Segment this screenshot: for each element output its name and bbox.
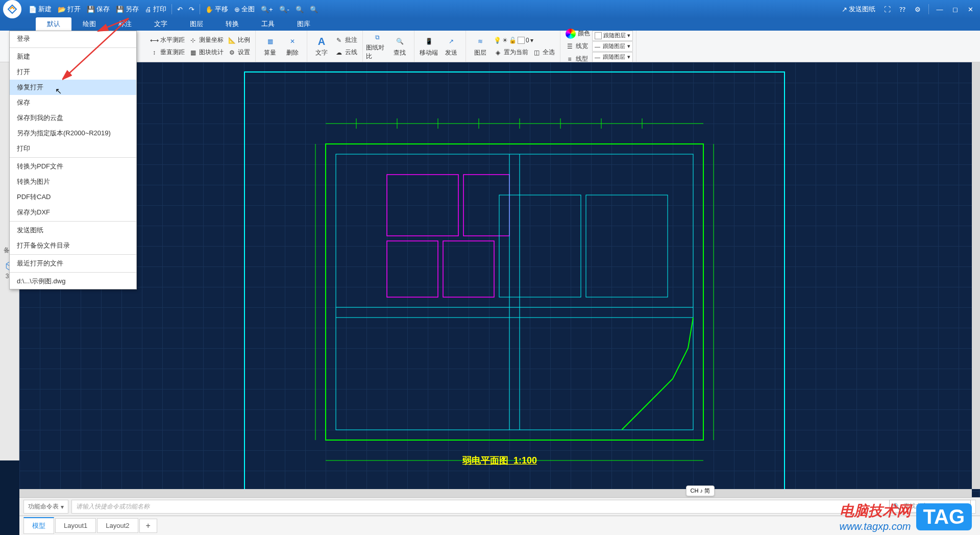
cloud-icon: ☁ [335,48,343,57]
delete-icon: ✕ [286,35,299,47]
selectall-button[interactable]: ◫全选 [530,46,557,59]
svg-rect-12 [499,195,581,297]
tab-library[interactable]: 图库 [286,17,322,31]
color-select[interactable]: 跟随图层▾ [592,31,633,41]
fullview-button[interactable]: ⊕全图 [231,2,258,16]
watermark: 电脑技术网 www.tagxp.com TAG [839,501,972,532]
tab-layout1[interactable]: Layout1 [55,518,96,533]
tab-layout2[interactable]: Layout2 [97,518,138,533]
svg-rect-11 [443,241,494,297]
expand-button[interactable]: ⛶ [880,3,894,16]
delete-button[interactable]: ✕删除 [281,32,304,61]
settings-button[interactable]: ⚙ [911,3,924,16]
add-layout-button[interactable]: + [139,519,157,533]
menu-to-img[interactable]: 转换为图片 [10,174,136,189]
linewidth-icon: ☰ [566,42,574,51]
color-row[interactable]: 颜色 [564,28,592,40]
compare-button[interactable]: ⧉图纸对比 [366,32,388,61]
pan-button[interactable]: ✋平移 [202,2,231,16]
tab-tools[interactable]: 工具 [250,17,286,31]
drawing-canvas[interactable]: 弱电平面图 1:100 [19,62,980,497]
svg-rect-13 [586,195,668,297]
minimize-button[interactable]: — [933,3,946,16]
ime-indicator[interactable]: CH ♪ 简 [686,485,715,496]
vertical-scrollbar[interactable] [972,62,980,489]
menu-pdf-to-cad[interactable]: PDF转CAD [10,189,136,205]
undo-icon: ↶ [177,6,183,13]
undo-button[interactable]: ↶ [174,2,186,16]
menu-save-cloud[interactable]: 保存到我的云盘 [10,110,136,126]
svg-rect-9 [463,175,509,236]
target-icon: ⊕ [234,6,240,13]
menu-repair-open[interactable]: 修复打开 [10,80,136,95]
menu-print[interactable]: 打印 [10,141,136,156]
tab-annotate[interactable]: 标注 [107,17,143,31]
chevron-down-icon: ▾ [61,503,64,510]
coords-button[interactable]: ⊹测量坐标 [187,34,226,46]
maximize-button[interactable]: ◻ [948,3,962,16]
linetype-select[interactable]: —跟随图层▾ [592,52,633,62]
menu-to-dxf[interactable]: 保存为DXF [10,205,136,220]
layer-button[interactable]: ≋图层 [469,32,492,61]
menu-login[interactable]: 登录 [10,31,136,46]
zoom-button[interactable]: 🔍 [292,2,307,16]
setcurrent-button[interactable]: ◈置为当前 [492,46,530,59]
sun-icon: ☀ [502,37,508,44]
blockstat-button[interactable]: ▦图块统计 [187,46,226,59]
send-drawing-button[interactable]: ↗发送图纸 [839,2,878,16]
menu-recent-file[interactable]: d:\...\示例图.dwg [10,274,136,289]
zoomout-icon: 🔍- [279,6,289,13]
menu-send[interactable]: 发送图纸 [10,223,136,238]
menu-save[interactable]: 保存 [10,95,136,110]
print-button[interactable]: 🖨打印 [142,2,169,16]
layout-tabs: 模型 Layout1 Layout2 + [19,516,980,535]
menu-backup-dir[interactable]: 打开备份文件目录 [10,238,136,253]
linewidth-select[interactable]: —跟随图层▾ [592,41,633,52]
zoomwin-button[interactable]: 🔍 [307,2,321,16]
floor-plan-drawing [305,93,724,497]
tab-draw[interactable]: 绘图 [71,17,107,31]
vdist-button[interactable]: ↕垂直测距 [148,46,187,59]
horizontal-scrollbar[interactable] [19,489,972,497]
tab-layer[interactable]: 图层 [179,17,214,31]
zoomout-button[interactable]: 🔍- [276,2,292,16]
hand-icon: ✋ [205,6,213,13]
print-icon: 🖨 [145,6,152,13]
open-button[interactable]: 📂打开 [55,2,84,16]
menu-new[interactable]: 新建 [10,49,136,64]
calc-button[interactable]: ▦算量 [259,32,281,61]
saveas-button[interactable]: 💾另存 [113,2,142,16]
hdist-button[interactable]: ⟷水平测距 [148,34,187,46]
app-logo[interactable] [3,0,21,18]
layer-state[interactable]: 💡 ☀ 🔓 0 ▾ [492,34,557,46]
close-button[interactable]: ✕ [964,3,977,16]
menu-recent[interactable]: 最近打开的文件 [10,256,136,271]
chevron-down-icon: ▾ [530,37,533,44]
text-button[interactable]: A文字 [310,32,333,61]
command-menu-button[interactable]: 功能命令表▾ [23,500,68,514]
menu-open[interactable]: 打开 [10,64,136,80]
new-button[interactable]: 📄新建 [26,2,55,16]
zoom-icon: 🔍 [296,6,304,13]
menu-save-version[interactable]: 另存为指定版本(R2000~R2019) [10,126,136,141]
menu-to-pdf[interactable]: 转换为PDF文件 [10,159,136,174]
tab-convert[interactable]: 转换 [214,17,250,31]
annotate-button[interactable]: ✎批注 [333,34,359,46]
tab-default[interactable]: 默认 [36,17,71,31]
tab-model[interactable]: 模型 [23,517,54,534]
mobile-button[interactable]: 📱移动端 [418,32,440,61]
help-button[interactable]: ⁇ [896,3,909,16]
main-tabs: 默认 绘图 标注 文字 图层 转换 工具 图库 [0,18,980,31]
tab-text[interactable]: 文字 [143,17,179,31]
find-button[interactable]: 🔍查找 [388,32,411,61]
table-icon: ▦ [264,35,276,47]
settings-ribbon-button[interactable]: ⚙设置 [226,46,252,59]
zoomin-icon: 🔍+ [261,6,273,13]
zoomin-button[interactable]: 🔍+ [258,2,276,16]
scale-button[interactable]: 📐比例 [226,34,252,46]
linewidth-row[interactable]: ☰线宽 [564,40,592,53]
cloud-button[interactable]: ☁云线 [333,46,359,59]
redo-button[interactable]: ↷ [186,2,198,16]
save-button[interactable]: 💾保存 [84,2,113,16]
send-ribbon-button[interactable]: ↗发送 [440,32,462,61]
